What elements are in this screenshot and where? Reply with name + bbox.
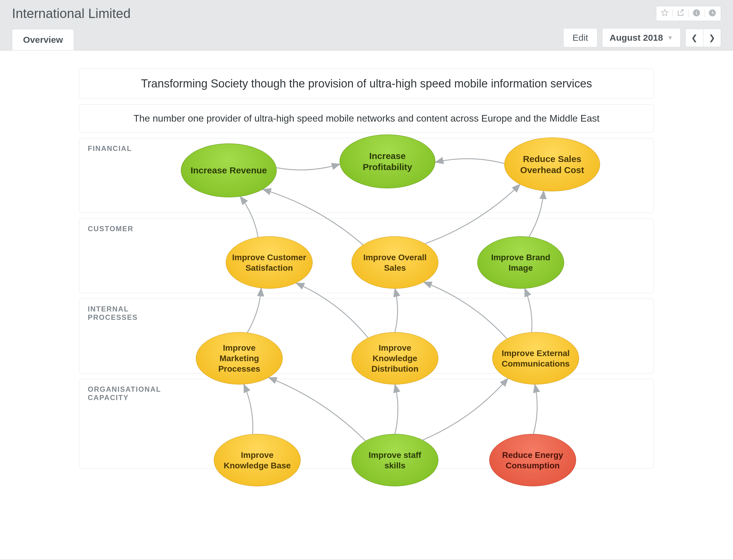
page-title: International Limited [12,6,131,21]
chevron-down-icon: ▼ [667,34,673,41]
tab-overview[interactable]: Overview [12,29,74,50]
objective-node-improve-customer-satisfaction[interactable]: Improve Customer Satisfaction [226,236,313,289]
diagram-arrow [425,184,520,244]
objective-node-improve-overall-sales[interactable]: Improve Overall Sales [352,236,438,289]
edit-button[interactable]: Edit [563,28,597,47]
diagram-arrow [296,283,368,338]
diagram-arrow [424,282,507,339]
strategy-map-diagram: Increase RevenueIncrease ProfitabilityRe… [79,125,654,545]
period-next-button[interactable]: ❯ [703,29,721,47]
diagram-arrow [247,288,261,332]
diagram-arrow [276,164,340,170]
svg-rect-1 [696,12,697,15]
period-selector[interactable]: August 2018 ▼ [602,28,681,47]
diagram-arrow [525,289,532,332]
diagram-arrow [435,159,504,164]
export-icon[interactable] [676,9,685,18]
diagram-arrow [395,289,398,332]
objective-node-improve-marketing-processes[interactable]: Improve Marketing Processes [196,332,283,385]
diagram-arrow [395,385,398,434]
objective-node-increase-profitability[interactable]: Increase Profitability [340,134,435,188]
objective-node-improve-knowledge-base[interactable]: Improve Knowledge Base [214,434,301,486]
objective-node-improve-brand-image[interactable]: Improve Brand Image [477,236,564,289]
objective-node-reduce-energy-consumption[interactable]: Reduce Energy Consumption [489,434,576,486]
diagram-arrow [423,379,508,440]
mission-panel: Transforming Society though the provisio… [79,69,654,99]
diagram-arrow [534,385,537,434]
objective-node-improve-staff-skills[interactable]: Improve staff skills [352,434,438,486]
svg-rect-2 [696,11,697,11]
toolbar-icon-group [656,6,721,21]
info-icon[interactable] [692,9,701,18]
period-prev-button[interactable]: ❮ [686,29,703,47]
star-icon[interactable] [661,9,669,18]
objective-node-reduce-sales-overhead[interactable]: Reduce Sales Overhead Cost [504,137,600,191]
clock-icon[interactable] [708,9,717,18]
diagram-arrow [529,191,544,237]
objective-node-increase-revenue[interactable]: Increase Revenue [181,143,277,197]
diagram-arrow [240,196,258,237]
diagram-arrow [263,189,363,245]
diagram-arrow [244,385,253,434]
period-label: August 2018 [610,33,663,43]
separator [688,10,689,17]
objective-node-improve-knowledge-distribution[interactable]: Improve Knowledge Distribution [352,332,438,385]
objective-node-improve-external-communications[interactable]: Improve External Communications [492,332,579,385]
separator [704,10,705,17]
diagram-arrow [269,378,365,441]
